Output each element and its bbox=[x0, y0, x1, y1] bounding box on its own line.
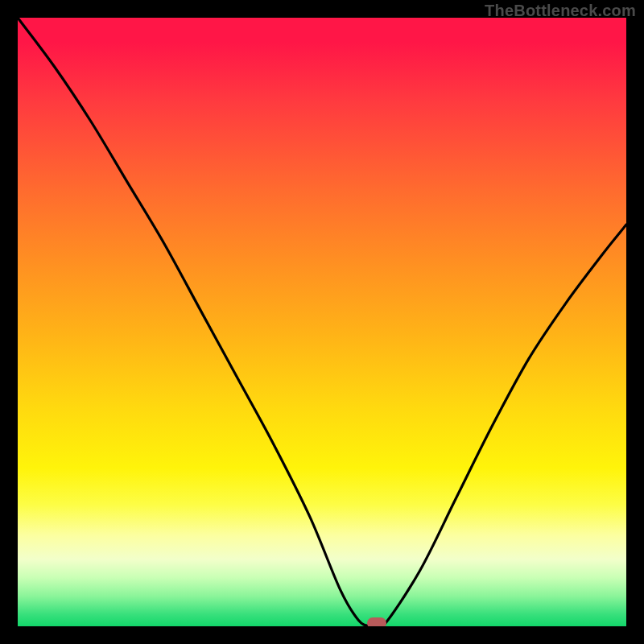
watermark-text: TheBottleneck.com bbox=[485, 2, 636, 20]
optimal-point-marker bbox=[367, 617, 386, 626]
chart-frame: TheBottleneck.com bbox=[0, 0, 644, 644]
plot-area bbox=[18, 18, 626, 626]
bottleneck-curve bbox=[18, 18, 626, 626]
